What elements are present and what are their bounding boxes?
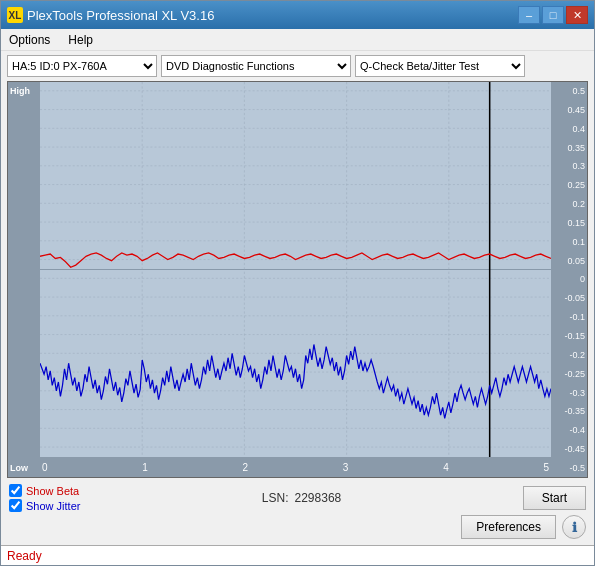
show-beta-row: Show Beta [9, 484, 80, 497]
info-button[interactable]: ℹ [562, 515, 586, 539]
preferences-button[interactable]: Preferences [461, 515, 556, 539]
y-low-label: Low [10, 463, 38, 473]
status-text: Ready [7, 549, 42, 563]
start-button[interactable]: Start [523, 486, 586, 510]
show-jitter-label: Show Jitter [26, 500, 80, 512]
show-beta-checkbox[interactable] [9, 484, 22, 497]
menu-options[interactable]: Options [5, 32, 54, 48]
bottom-row1: Show Beta Show Jitter LSN: 2298368 Start [9, 484, 586, 512]
status-bar: Ready [1, 545, 594, 565]
window-controls: – □ ✕ [518, 6, 588, 24]
x-axis: 0 1 2 3 4 5 [40, 457, 551, 477]
y-axis-right: 0.5 0.45 0.4 0.35 0.3 0.25 0.2 0.15 0.1 … [551, 82, 587, 477]
function-select[interactable]: DVD Diagnostic Functions [161, 55, 351, 77]
show-beta-label: Show Beta [26, 485, 79, 497]
title-bar-left: XL PlexTools Professional XL V3.16 [7, 7, 214, 23]
window-title: PlexTools Professional XL V3.16 [27, 8, 214, 23]
chart-area: High Low 0.5 0.45 0.4 0.35 0.3 0.25 0.2 … [7, 81, 588, 478]
drive-select[interactable]: HA:5 ID:0 PX-760A [7, 55, 157, 77]
y-high-label: High [10, 86, 38, 96]
lsn-value: 2298368 [295, 491, 342, 505]
toolbar: HA:5 ID:0 PX-760A DVD Diagnostic Functio… [1, 51, 594, 81]
test-select[interactable]: Q-Check Beta/Jitter Test [355, 55, 525, 77]
title-bar: XL PlexTools Professional XL V3.16 – □ ✕ [1, 1, 594, 29]
menu-bar: Options Help [1, 29, 594, 51]
show-jitter-checkbox[interactable] [9, 499, 22, 512]
main-window: XL PlexTools Professional XL V3.16 – □ ✕… [0, 0, 595, 566]
maximize-button[interactable]: □ [542, 6, 564, 24]
minimize-button[interactable]: – [518, 6, 540, 24]
lsn-label: LSN: [262, 491, 289, 505]
app-icon: XL [7, 7, 23, 23]
show-jitter-row: Show Jitter [9, 499, 80, 512]
bottom-panel: Show Beta Show Jitter LSN: 2298368 Start… [1, 478, 594, 545]
close-button[interactable]: ✕ [566, 6, 588, 24]
y-axis-left: High Low [8, 82, 40, 477]
lsn-info: LSN: 2298368 [262, 491, 341, 505]
menu-help[interactable]: Help [64, 32, 97, 48]
bottom-row2: Preferences ℹ [9, 515, 586, 539]
checkbox-group: Show Beta Show Jitter [9, 484, 80, 512]
chart-plot [40, 82, 551, 457]
